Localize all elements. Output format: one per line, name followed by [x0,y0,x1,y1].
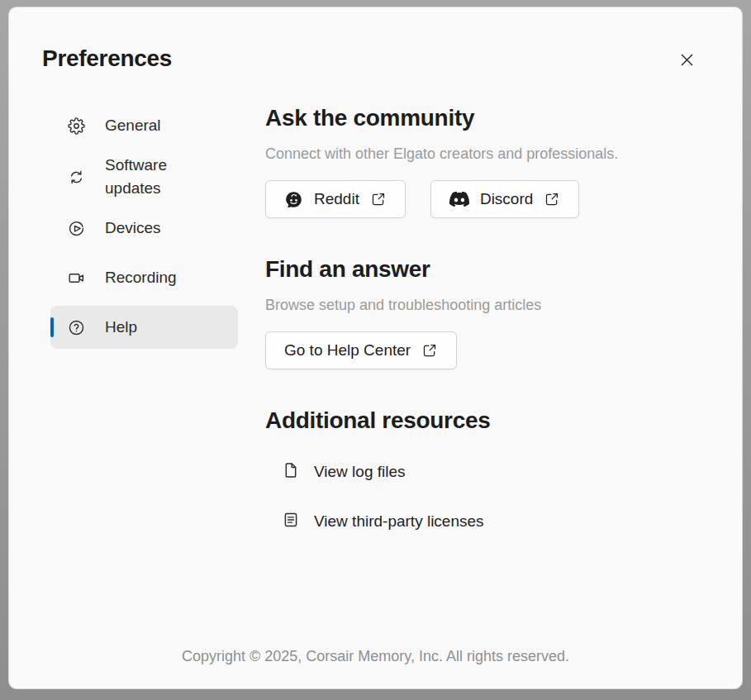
main-content: Ask the community Connect with other Elg… [265,103,678,540]
file-icon [282,461,300,483]
view-log-files-link[interactable]: View log files [265,454,678,490]
sidebar-item-recording[interactable]: Recording [50,256,238,299]
sync-icon [67,168,85,186]
discord-icon [449,189,469,209]
section-subtitle: Browse setup and troubleshooting article… [265,295,678,315]
button-label: Reddit [314,190,359,208]
sidebar-item-label: Devices [105,217,161,240]
play-circle-icon [67,219,85,237]
preferences-dialog: Preferences General [8,7,743,689]
page-title: Preferences [42,45,172,72]
sidebar-item-label: Help [105,316,137,339]
sidebar-item-label: Recording [105,266,177,289]
sidebar-item-software-updates[interactable]: Software updates [50,154,238,200]
button-label: Discord [480,190,533,208]
close-icon [680,53,694,69]
button-label: Go to Help Center [284,341,411,360]
resources-links: View log files View third-party licenses [265,454,678,540]
sidebar: General Software updates [50,104,238,349]
section-ask-the-community: Ask the community Connect with other Elg… [265,103,678,218]
close-button[interactable] [673,48,700,74]
discord-button[interactable]: Discord [430,180,579,218]
external-link-icon [370,191,387,207]
help-circle-icon [67,318,85,336]
gear-icon [67,117,85,135]
external-link-icon [544,191,560,207]
section-find-an-answer: Find an answer Browse setup and troubles… [265,255,678,369]
section-title: Find an answer [265,255,678,284]
section-title: Ask the community [265,103,678,133]
selected-indicator [50,317,54,337]
license-file-icon [282,511,300,533]
sidebar-item-general[interactable]: General [50,104,238,147]
section-title: Additional resources [265,406,678,436]
sidebar-item-devices[interactable]: Devices [50,207,238,250]
section-additional-resources: Additional resources View log files [265,406,678,540]
answers-buttons: Go to Help Center [265,331,678,369]
link-label: View log files [314,463,406,481]
copyright-text: Copyright © 2025, Corsair Memory, Inc. A… [9,648,742,665]
external-link-icon [421,342,438,359]
community-buttons: Reddit Discord [265,180,678,218]
go-to-help-center-button[interactable]: Go to Help Center [265,331,457,369]
view-third-party-licenses-link[interactable]: View third-party licenses [265,503,678,540]
reddit-button[interactable]: Reddit [265,180,406,218]
link-label: View third-party licenses [314,512,484,531]
sidebar-item-help[interactable]: Help [50,306,238,349]
section-subtitle: Connect with other Elgato creators and p… [265,144,678,164]
reddit-icon [284,190,303,209]
sidebar-item-label: General [105,114,161,137]
sidebar-item-label: Software updates [105,154,197,200]
video-camera-icon [67,269,85,287]
